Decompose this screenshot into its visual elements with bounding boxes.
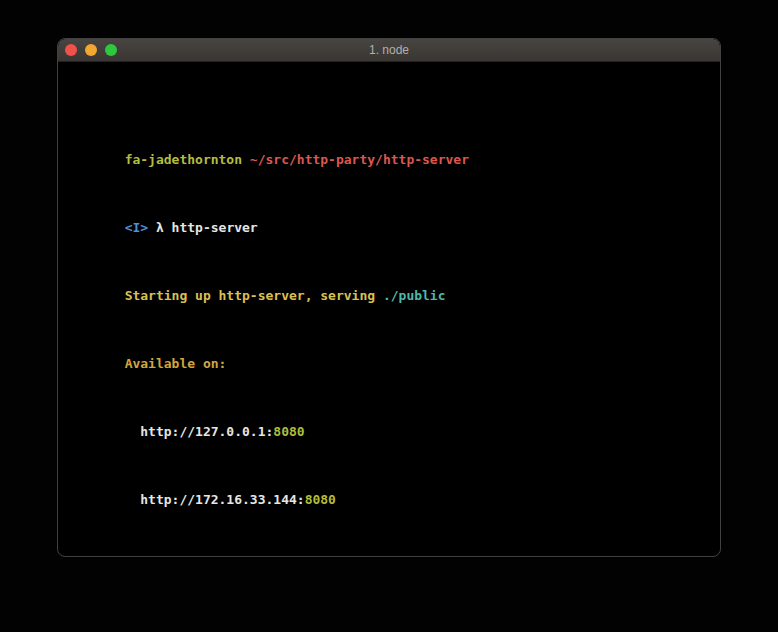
terminal-line-url-lan1: http://172.16.33.144:8080 (62, 474, 716, 491)
url-text: http://127.0.0.1: (125, 424, 274, 439)
url-text: http://172.16.33.144: (125, 492, 305, 507)
window-titlebar[interactable]: 1. node (58, 39, 720, 62)
desktop-background: 1. node fa-jadethornton ~/src/http-party… (0, 0, 778, 632)
terminal-line-prompt: fa-jadethornton ~/src/http-party/http-se… (62, 134, 716, 151)
terminal-line-url-lan2: http://172.16.33.25:8080 (62, 542, 716, 557)
url-port: 8080 (273, 424, 304, 439)
terminal-line-command: <I> λ http-server (62, 202, 716, 219)
serve-directory: ./public (383, 288, 446, 303)
available-heading: Available on: (125, 356, 227, 371)
terminal-content[interactable]: fa-jadethornton ~/src/http-party/http-se… (58, 62, 720, 557)
command-text: λ http-server (148, 220, 258, 235)
startup-message: Starting up http-server, serving (125, 288, 383, 303)
url-port: 8080 (305, 492, 336, 507)
terminal-line-url-localhost: http://127.0.0.1:8080 (62, 406, 716, 423)
terminal-line-startup: Starting up http-server, serving ./publi… (62, 270, 716, 287)
prompt-hostname: fa-jadethornton (125, 152, 242, 167)
prompt-path: ~/src/http-party/http-server (242, 152, 469, 167)
terminal-line-available: Available on: (62, 338, 716, 355)
shell-indicator: <I> (125, 220, 148, 235)
terminal-window: 1. node fa-jadethornton ~/src/http-party… (57, 38, 721, 557)
window-title: 1. node (58, 39, 720, 61)
